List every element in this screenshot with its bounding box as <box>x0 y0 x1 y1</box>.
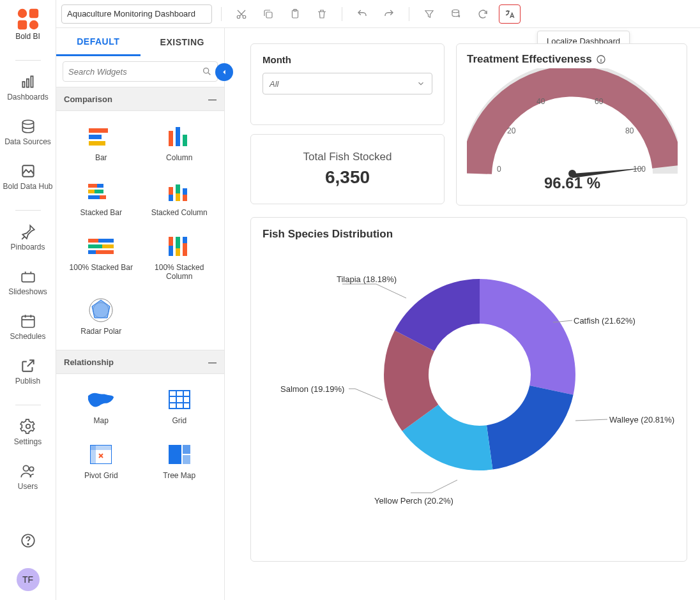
data-button[interactable] <box>445 4 467 24</box>
svg-point-12 <box>23 465 29 471</box>
svg-rect-37 <box>176 184 180 193</box>
card-month-filter: Month All <box>250 43 445 125</box>
svg-rect-61 <box>183 445 190 454</box>
tab-default[interactable]: DEFAULT <box>56 28 141 56</box>
brand-label: Bold BI <box>15 32 40 41</box>
svg-point-17 <box>243 15 246 19</box>
cut-button[interactable] <box>231 4 252 24</box>
widget-pivot-grid[interactable]: Pivot Grid <box>65 443 137 480</box>
info-icon[interactable] <box>596 54 606 64</box>
svg-rect-51 <box>183 237 187 243</box>
month-dropdown[interactable]: All <box>262 73 432 94</box>
svg-marker-55 <box>92 300 110 318</box>
svg-rect-46 <box>96 250 114 254</box>
nav-slideshows[interactable]: Slideshows <box>0 268 56 296</box>
search-widgets[interactable] <box>63 61 218 82</box>
svg-text:0: 0 <box>497 165 501 174</box>
localize-button[interactable] <box>499 4 521 24</box>
widget-stacked-bar[interactable]: Stacked Bar <box>65 180 137 217</box>
widget-panel: DEFAULT EXISTING Comparison— Bar Column … <box>56 28 225 600</box>
collapse-panel-button[interactable] <box>215 63 233 81</box>
widget-bar[interactable]: Bar <box>65 125 137 162</box>
delete-button[interactable] <box>311 4 333 24</box>
svg-rect-62 <box>183 455 190 464</box>
svg-point-22 <box>204 68 209 73</box>
tab-existing[interactable]: EXISTING <box>141 28 225 56</box>
svg-rect-1 <box>29 9 38 18</box>
card-total-fish: Total Fish Stocked 6,350 <box>250 134 445 204</box>
label-catfish: Catfish (21.62%) <box>574 316 635 326</box>
chevron-down-icon <box>416 79 425 88</box>
label-salmon: Salmon (19.19%) <box>280 384 344 394</box>
nav-publish[interactable]: Publish <box>0 357 56 386</box>
redo-button[interactable] <box>378 4 400 24</box>
svg-text:60: 60 <box>595 97 604 106</box>
nav-dashboards[interactable]: Dashboards <box>0 73 56 101</box>
widget-column[interactable]: Column <box>144 125 216 162</box>
collapse-icon: — <box>208 357 217 367</box>
label-walleye: Walleye (20.81%) <box>609 415 674 424</box>
svg-rect-47 <box>169 237 173 246</box>
svg-rect-26 <box>169 131 173 146</box>
total-fish-value: 6,350 <box>325 167 370 188</box>
svg-rect-6 <box>31 76 33 87</box>
svg-text:80: 80 <box>625 126 634 135</box>
svg-point-15 <box>27 544 29 545</box>
section-comparison[interactable]: Comparison— <box>56 87 224 111</box>
nav-settings[interactable]: Settings <box>0 418 56 446</box>
svg-rect-41 <box>88 239 98 243</box>
svg-rect-40 <box>183 195 187 201</box>
svg-rect-0 <box>17 9 26 18</box>
card-treatment-effectiveness: Treatment Effectiveness 0 2 <box>456 43 687 206</box>
widget-tree-map[interactable]: Tree Map <box>144 443 216 480</box>
svg-rect-38 <box>176 193 180 201</box>
section-relationship[interactable]: Relationship— <box>56 350 224 374</box>
widget-100-stacked-bar[interactable]: 100% Stacked Bar <box>65 235 137 281</box>
dashboard-title-input[interactable] <box>61 4 212 24</box>
nav-data-sources[interactable]: Data Sources <box>0 118 56 146</box>
refresh-button[interactable] <box>472 4 494 24</box>
svg-rect-44 <box>102 244 114 248</box>
topbar: Localize Dashboard <box>56 0 700 28</box>
svg-rect-43 <box>88 244 102 248</box>
label-yellow-perch: Yellow Perch (20.2%) <box>374 496 453 506</box>
svg-rect-31 <box>88 190 95 193</box>
widget-grid[interactable]: Grid <box>144 388 216 425</box>
svg-rect-48 <box>169 246 173 256</box>
svg-rect-39 <box>183 188 187 195</box>
gauge-value: 96.61 % <box>544 174 600 192</box>
svg-rect-5 <box>26 79 28 87</box>
svg-rect-9 <box>22 274 34 282</box>
svg-rect-34 <box>100 195 106 199</box>
paste-button[interactable] <box>284 4 306 24</box>
svg-rect-42 <box>98 239 114 243</box>
nav-users[interactable]: Users <box>0 463 56 491</box>
nav-help[interactable] <box>0 532 56 549</box>
widget-map[interactable]: Map <box>65 388 137 425</box>
svg-rect-45 <box>88 250 96 254</box>
user-avatar[interactable]: TF <box>17 568 40 591</box>
svg-point-7 <box>22 120 33 124</box>
svg-rect-24 <box>89 135 102 139</box>
widget-stacked-column[interactable]: Stacked Column <box>144 180 216 217</box>
copy-button[interactable] <box>257 4 279 24</box>
svg-rect-4 <box>22 82 24 87</box>
svg-rect-27 <box>176 127 180 146</box>
widget-radar-polar[interactable]: Radar Polar <box>65 299 137 336</box>
nav-pinboards[interactable]: Pinboards <box>0 223 56 251</box>
nav-schedules[interactable]: Schedules <box>0 313 56 341</box>
svg-rect-60 <box>169 445 181 464</box>
nav-bold-data-hub[interactable]: Bold Data Hub <box>0 163 56 191</box>
label-tilapia: Tilapia (18.18%) <box>337 274 397 284</box>
widget-100-stacked-column[interactable]: 100% Stacked Column <box>144 235 216 281</box>
svg-rect-3 <box>29 20 38 29</box>
svg-rect-56 <box>169 391 190 409</box>
search-input[interactable] <box>68 67 202 77</box>
svg-rect-30 <box>97 184 103 188</box>
undo-button[interactable] <box>351 4 373 24</box>
svg-rect-50 <box>176 248 180 256</box>
svg-rect-59 <box>90 445 96 464</box>
filter-button[interactable] <box>418 4 440 24</box>
svg-rect-25 <box>89 141 105 146</box>
svg-rect-33 <box>88 195 100 199</box>
